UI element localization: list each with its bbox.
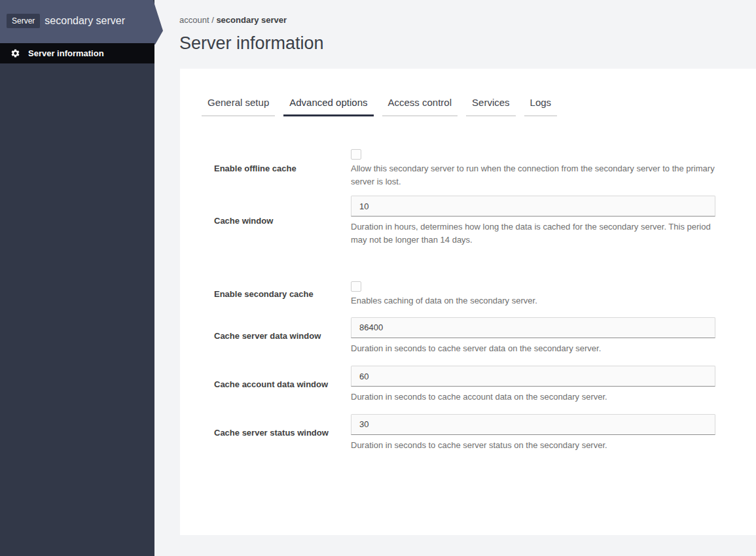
cache-server-data-window-input[interactable] [351, 317, 715, 338]
gear-icon [10, 48, 20, 58]
field-control: Duration in seconds to cache server stat… [351, 414, 715, 452]
field-label: Cache account data window [214, 379, 351, 389]
sidebar: Server secondary server Server informati… [0, 0, 154, 556]
field-help-text: Duration in seconds to cache server stat… [351, 439, 715, 452]
cache-window-input[interactable] [351, 196, 715, 217]
main-area: account / secondary server Server inform… [154, 0, 756, 556]
breadcrumb-separator: / [209, 15, 217, 25]
sidebar-server-name: secondary server [45, 15, 125, 27]
field-control: Duration in seconds to cache account dat… [351, 366, 715, 404]
breadcrumb-current: secondary server [216, 15, 287, 25]
field-control: Enables caching of data on the secondary… [351, 281, 715, 307]
field-label: Cache server data window [214, 331, 351, 341]
field-help-text: Duration in seconds to cache server data… [351, 342, 715, 355]
tab-services[interactable]: Services [466, 97, 516, 116]
form-row-cache-server-status-window: Cache server status window Duration in s… [214, 414, 715, 452]
form-row-enable-offline-cache: Enable offline cache Allow this secondar… [214, 149, 715, 188]
enable-offline-cache-checkbox[interactable] [351, 149, 361, 160]
field-control: Duration in seconds to cache server data… [351, 317, 715, 355]
content-card: General setup Advanced options Access co… [180, 69, 756, 535]
form-row-cache-account-data-window: Cache account data window Duration in se… [214, 366, 715, 404]
form-row-enable-secondary-cache: Enable secondary cache Enables caching o… [214, 281, 715, 307]
sidebar-item-server-information[interactable]: Server information [0, 43, 154, 63]
field-control: Allow this secondary server to run when … [351, 149, 715, 188]
sidebar-nav: Server information [0, 43, 154, 63]
sidebar-header: Server secondary server [0, 0, 163, 44]
breadcrumb-account-link[interactable]: account [179, 15, 209, 25]
tab-general-setup[interactable]: General setup [202, 97, 275, 116]
cache-server-status-window-input[interactable] [351, 414, 715, 435]
server-type-badge: Server [7, 14, 40, 28]
cache-account-data-window-input[interactable] [351, 366, 715, 387]
field-label: Cache window [214, 216, 351, 226]
form-row-cache-server-data-window: Cache server data window Duration in sec… [214, 317, 715, 355]
field-label: Enable secondary cache [214, 289, 351, 299]
field-help-text: Duration in hours, determines how long t… [351, 220, 715, 246]
field-help-text: Allow this secondary server to run when … [351, 162, 715, 188]
field-help-text: Enables caching of data on the secondary… [351, 294, 715, 307]
field-label: Enable offline cache [214, 164, 351, 173]
tab-advanced-options[interactable]: Advanced options [283, 97, 373, 116]
sidebar-item-label: Server information [28, 48, 104, 58]
tab-bar: General setup Advanced options Access co… [202, 97, 756, 116]
tab-logs[interactable]: Logs [524, 97, 558, 116]
breadcrumb: account / secondary server [179, 15, 756, 25]
field-control: Duration in hours, determines how long t… [351, 196, 715, 246]
field-label: Cache server status window [214, 428, 351, 438]
enable-secondary-cache-checkbox[interactable] [351, 281, 361, 292]
form-row-cache-window: Cache window Duration in hours, determin… [214, 196, 715, 246]
advanced-options-form: Enable offline cache Allow this secondar… [180, 149, 756, 451]
field-help-text: Duration in seconds to cache account dat… [351, 391, 715, 404]
tab-access-control[interactable]: Access control [382, 97, 458, 116]
topbar: account / secondary server Server inform… [154, 0, 756, 55]
page-title: Server information [179, 31, 756, 55]
